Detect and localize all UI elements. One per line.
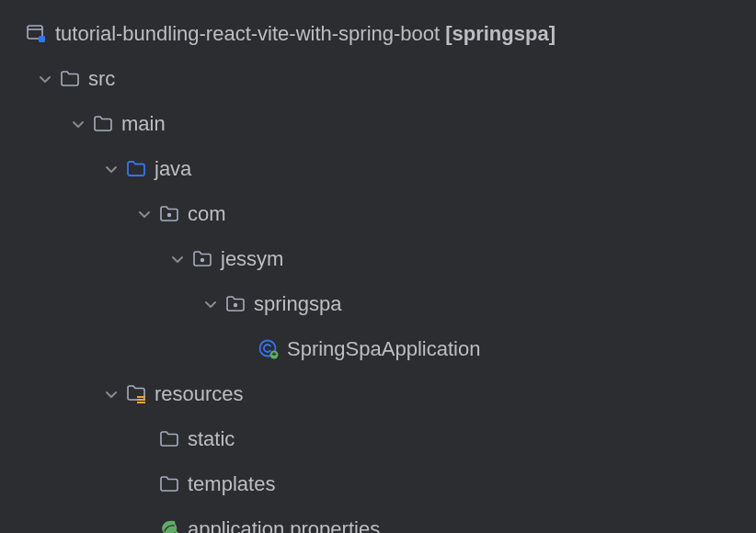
- vcs-label: [springspa]: [445, 22, 556, 46]
- tree-row-properties[interactable]: application.properties: [0, 506, 756, 533]
- chevron-down-icon[interactable]: [199, 297, 223, 312]
- chevron-down-icon[interactable]: [99, 162, 123, 176]
- svg-point-3: [200, 257, 204, 261]
- tree-row-main[interactable]: main: [0, 101, 756, 146]
- resources-folder-icon: [123, 384, 149, 404]
- svg-point-4: [234, 302, 237, 306]
- tree-row-application[interactable]: SpringSpaApplication: [0, 326, 756, 371]
- folder-icon: [156, 474, 182, 494]
- tree-label: src: [88, 67, 115, 91]
- tree-label: com: [188, 202, 226, 226]
- tree-label: java: [155, 157, 191, 181]
- package-icon: [156, 204, 182, 224]
- tree-label: application.properties: [188, 517, 380, 534]
- package-icon: [223, 294, 248, 314]
- tree-row-resources[interactable]: resources: [0, 371, 756, 416]
- project-tree: tutorial-bundling-react-vite-with-spring…: [0, 11, 756, 533]
- chevron-down-icon[interactable]: [166, 252, 189, 266]
- tree-row-java[interactable]: java: [0, 146, 756, 191]
- package-icon: [189, 249, 215, 269]
- svg-rect-7: [137, 396, 145, 398]
- tree-label: static: [188, 427, 235, 451]
- class-runnable-icon: [256, 339, 281, 359]
- tree-row-com[interactable]: com: [0, 191, 756, 236]
- tree-label: resources: [155, 382, 244, 406]
- tree-row-static[interactable]: static: [0, 416, 756, 461]
- tree-label: templates: [188, 472, 275, 496]
- chevron-down-icon[interactable]: [33, 72, 57, 86]
- folder-icon: [57, 69, 83, 89]
- tree-row-jessym[interactable]: jessym: [0, 236, 756, 281]
- svg-rect-1: [39, 36, 45, 42]
- chevron-down-icon[interactable]: [66, 117, 90, 131]
- tree-label: main: [121, 112, 166, 136]
- tree-row-src[interactable]: src: [0, 56, 756, 101]
- svg-point-2: [167, 212, 171, 216]
- svg-rect-8: [137, 399, 145, 401]
- folder-icon: [156, 429, 182, 449]
- tree-label: springspa: [254, 292, 341, 316]
- tree-label: jessym: [221, 247, 283, 271]
- source-folder-icon: [123, 159, 149, 179]
- svg-rect-9: [137, 402, 145, 403]
- tree-label: SpringSpaApplication: [287, 337, 480, 361]
- tree-row-root[interactable]: tutorial-bundling-react-vite-with-spring…: [0, 11, 756, 56]
- tree-row-springspa[interactable]: springspa: [0, 281, 756, 326]
- folder-icon: [90, 114, 116, 134]
- chevron-down-icon[interactable]: [99, 387, 123, 402]
- tree-label: tutorial-bundling-react-vite-with-spring…: [55, 22, 440, 46]
- module-icon: [24, 24, 50, 44]
- chevron-down-icon[interactable]: [132, 207, 156, 221]
- spring-config-icon: [156, 519, 182, 534]
- tree-row-templates[interactable]: templates: [0, 461, 756, 506]
